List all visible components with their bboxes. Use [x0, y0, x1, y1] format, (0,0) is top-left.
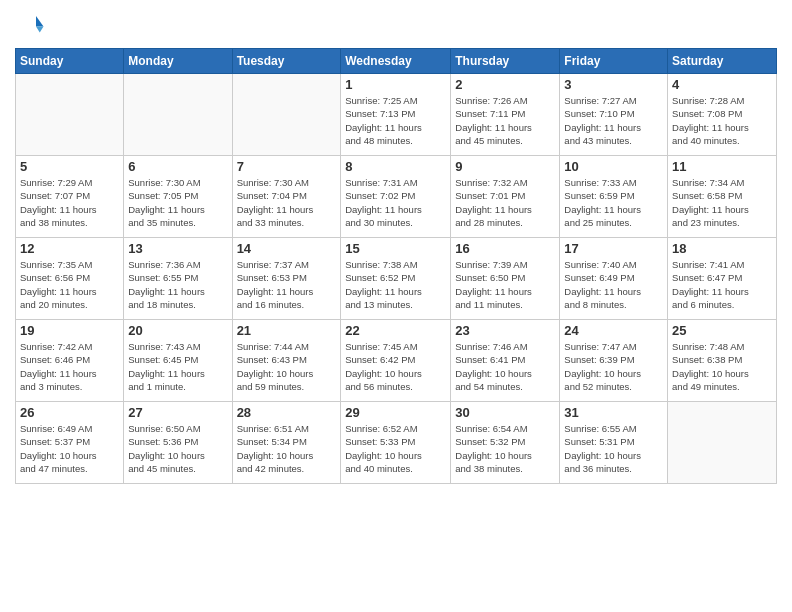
calendar-day-cell: 27Sunrise: 6:50 AM Sunset: 5:36 PM Dayli…	[124, 402, 232, 484]
day-number: 6	[128, 159, 227, 174]
calendar-header-row: SundayMondayTuesdayWednesdayThursdayFrid…	[16, 49, 777, 74]
calendar-day-cell: 24Sunrise: 7:47 AM Sunset: 6:39 PM Dayli…	[560, 320, 668, 402]
calendar-day-cell: 15Sunrise: 7:38 AM Sunset: 6:52 PM Dayli…	[341, 238, 451, 320]
calendar-day-cell: 10Sunrise: 7:33 AM Sunset: 6:59 PM Dayli…	[560, 156, 668, 238]
day-info: Sunrise: 7:26 AM Sunset: 7:11 PM Dayligh…	[455, 94, 555, 147]
day-number: 9	[455, 159, 555, 174]
day-number: 24	[564, 323, 663, 338]
calendar-day-cell: 23Sunrise: 7:46 AM Sunset: 6:41 PM Dayli…	[451, 320, 560, 402]
day-number: 18	[672, 241, 772, 256]
weekday-header: Sunday	[16, 49, 124, 74]
calendar-day-cell	[16, 74, 124, 156]
day-info: Sunrise: 7:28 AM Sunset: 7:08 PM Dayligh…	[672, 94, 772, 147]
day-number: 17	[564, 241, 663, 256]
day-number: 4	[672, 77, 772, 92]
day-number: 15	[345, 241, 446, 256]
day-info: Sunrise: 7:25 AM Sunset: 7:13 PM Dayligh…	[345, 94, 446, 147]
day-number: 16	[455, 241, 555, 256]
calendar-day-cell: 22Sunrise: 7:45 AM Sunset: 6:42 PM Dayli…	[341, 320, 451, 402]
calendar-day-cell	[668, 402, 777, 484]
calendar-day-cell: 7Sunrise: 7:30 AM Sunset: 7:04 PM Daylig…	[232, 156, 341, 238]
day-number: 13	[128, 241, 227, 256]
calendar-day-cell: 6Sunrise: 7:30 AM Sunset: 7:05 PM Daylig…	[124, 156, 232, 238]
weekday-header: Thursday	[451, 49, 560, 74]
calendar-day-cell	[232, 74, 341, 156]
day-info: Sunrise: 6:51 AM Sunset: 5:34 PM Dayligh…	[237, 422, 337, 475]
day-info: Sunrise: 7:27 AM Sunset: 7:10 PM Dayligh…	[564, 94, 663, 147]
day-info: Sunrise: 6:55 AM Sunset: 5:31 PM Dayligh…	[564, 422, 663, 475]
calendar-day-cell: 12Sunrise: 7:35 AM Sunset: 6:56 PM Dayli…	[16, 238, 124, 320]
day-number: 28	[237, 405, 337, 420]
day-number: 2	[455, 77, 555, 92]
day-number: 22	[345, 323, 446, 338]
day-info: Sunrise: 7:29 AM Sunset: 7:07 PM Dayligh…	[20, 176, 119, 229]
weekday-header: Saturday	[668, 49, 777, 74]
day-number: 8	[345, 159, 446, 174]
weekday-header: Tuesday	[232, 49, 341, 74]
calendar-day-cell: 31Sunrise: 6:55 AM Sunset: 5:31 PM Dayli…	[560, 402, 668, 484]
day-info: Sunrise: 6:52 AM Sunset: 5:33 PM Dayligh…	[345, 422, 446, 475]
day-number: 19	[20, 323, 119, 338]
day-info: Sunrise: 7:34 AM Sunset: 6:58 PM Dayligh…	[672, 176, 772, 229]
day-info: Sunrise: 7:46 AM Sunset: 6:41 PM Dayligh…	[455, 340, 555, 393]
calendar-day-cell: 29Sunrise: 6:52 AM Sunset: 5:33 PM Dayli…	[341, 402, 451, 484]
page-container: SundayMondayTuesdayWednesdayThursdayFrid…	[0, 0, 792, 494]
day-number: 21	[237, 323, 337, 338]
calendar-day-cell: 18Sunrise: 7:41 AM Sunset: 6:47 PM Dayli…	[668, 238, 777, 320]
day-info: Sunrise: 7:44 AM Sunset: 6:43 PM Dayligh…	[237, 340, 337, 393]
weekday-header: Monday	[124, 49, 232, 74]
day-number: 1	[345, 77, 446, 92]
calendar-day-cell: 19Sunrise: 7:42 AM Sunset: 6:46 PM Dayli…	[16, 320, 124, 402]
day-number: 11	[672, 159, 772, 174]
day-number: 23	[455, 323, 555, 338]
calendar-day-cell: 20Sunrise: 7:43 AM Sunset: 6:45 PM Dayli…	[124, 320, 232, 402]
day-info: Sunrise: 7:32 AM Sunset: 7:01 PM Dayligh…	[455, 176, 555, 229]
day-number: 10	[564, 159, 663, 174]
day-number: 20	[128, 323, 227, 338]
day-info: Sunrise: 7:40 AM Sunset: 6:49 PM Dayligh…	[564, 258, 663, 311]
calendar-week-row: 19Sunrise: 7:42 AM Sunset: 6:46 PM Dayli…	[16, 320, 777, 402]
day-info: Sunrise: 7:36 AM Sunset: 6:55 PM Dayligh…	[128, 258, 227, 311]
calendar-day-cell: 13Sunrise: 7:36 AM Sunset: 6:55 PM Dayli…	[124, 238, 232, 320]
logo-icon	[15, 10, 45, 40]
calendar-table: SundayMondayTuesdayWednesdayThursdayFrid…	[15, 48, 777, 484]
calendar-day-cell	[124, 74, 232, 156]
calendar-day-cell: 21Sunrise: 7:44 AM Sunset: 6:43 PM Dayli…	[232, 320, 341, 402]
svg-marker-0	[36, 16, 44, 27]
day-info: Sunrise: 7:47 AM Sunset: 6:39 PM Dayligh…	[564, 340, 663, 393]
day-info: Sunrise: 6:54 AM Sunset: 5:32 PM Dayligh…	[455, 422, 555, 475]
calendar-week-row: 26Sunrise: 6:49 AM Sunset: 5:37 PM Dayli…	[16, 402, 777, 484]
day-number: 30	[455, 405, 555, 420]
day-info: Sunrise: 7:48 AM Sunset: 6:38 PM Dayligh…	[672, 340, 772, 393]
calendar-week-row: 5Sunrise: 7:29 AM Sunset: 7:07 PM Daylig…	[16, 156, 777, 238]
day-info: Sunrise: 6:49 AM Sunset: 5:37 PM Dayligh…	[20, 422, 119, 475]
calendar-day-cell: 11Sunrise: 7:34 AM Sunset: 6:58 PM Dayli…	[668, 156, 777, 238]
logo	[15, 10, 49, 40]
calendar-day-cell: 3Sunrise: 7:27 AM Sunset: 7:10 PM Daylig…	[560, 74, 668, 156]
day-number: 14	[237, 241, 337, 256]
weekday-header: Wednesday	[341, 49, 451, 74]
calendar-day-cell: 17Sunrise: 7:40 AM Sunset: 6:49 PM Dayli…	[560, 238, 668, 320]
calendar-day-cell: 5Sunrise: 7:29 AM Sunset: 7:07 PM Daylig…	[16, 156, 124, 238]
day-number: 26	[20, 405, 119, 420]
day-info: Sunrise: 7:38 AM Sunset: 6:52 PM Dayligh…	[345, 258, 446, 311]
calendar-day-cell: 1Sunrise: 7:25 AM Sunset: 7:13 PM Daylig…	[341, 74, 451, 156]
day-info: Sunrise: 7:31 AM Sunset: 7:02 PM Dayligh…	[345, 176, 446, 229]
calendar-week-row: 1Sunrise: 7:25 AM Sunset: 7:13 PM Daylig…	[16, 74, 777, 156]
calendar-day-cell: 26Sunrise: 6:49 AM Sunset: 5:37 PM Dayli…	[16, 402, 124, 484]
calendar-day-cell: 9Sunrise: 7:32 AM Sunset: 7:01 PM Daylig…	[451, 156, 560, 238]
weekday-header: Friday	[560, 49, 668, 74]
day-info: Sunrise: 7:30 AM Sunset: 7:05 PM Dayligh…	[128, 176, 227, 229]
calendar-day-cell: 4Sunrise: 7:28 AM Sunset: 7:08 PM Daylig…	[668, 74, 777, 156]
svg-marker-1	[36, 27, 44, 33]
day-number: 12	[20, 241, 119, 256]
calendar-day-cell: 25Sunrise: 7:48 AM Sunset: 6:38 PM Dayli…	[668, 320, 777, 402]
calendar-day-cell: 14Sunrise: 7:37 AM Sunset: 6:53 PM Dayli…	[232, 238, 341, 320]
day-info: Sunrise: 7:37 AM Sunset: 6:53 PM Dayligh…	[237, 258, 337, 311]
day-number: 3	[564, 77, 663, 92]
day-info: Sunrise: 7:33 AM Sunset: 6:59 PM Dayligh…	[564, 176, 663, 229]
day-number: 5	[20, 159, 119, 174]
day-number: 25	[672, 323, 772, 338]
day-info: Sunrise: 6:50 AM Sunset: 5:36 PM Dayligh…	[128, 422, 227, 475]
day-info: Sunrise: 7:43 AM Sunset: 6:45 PM Dayligh…	[128, 340, 227, 393]
